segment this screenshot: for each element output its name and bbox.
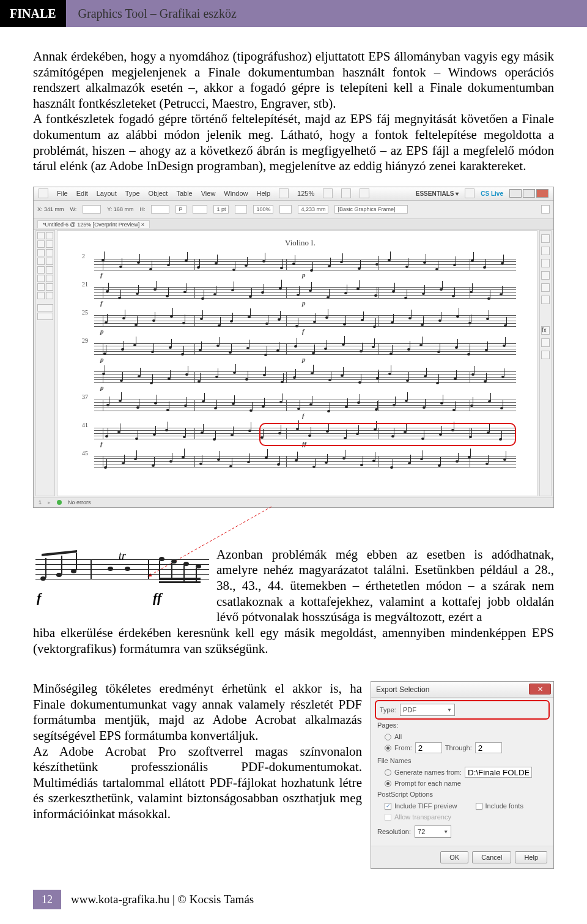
menu-layout[interactable]: Layout <box>97 190 117 197</box>
pencil-tool-icon[interactable] <box>46 258 53 265</box>
through-input[interactable] <box>475 742 502 753</box>
gap-tool-icon[interactable] <box>46 240 53 248</box>
staff-line: 25pf <box>82 310 519 331</box>
cancel-button[interactable]: Cancel <box>472 851 511 863</box>
stroke-style[interactable] <box>235 205 247 214</box>
preflight-dot-icon <box>57 500 62 505</box>
transform-tool-icon[interactable] <box>46 275 53 282</box>
scissors-tool-icon[interactable] <box>37 275 45 282</box>
workspace-switcher[interactable]: ESSENTIALS ▾ <box>416 190 459 197</box>
bridge-icon[interactable] <box>279 188 289 198</box>
layers-panel-icon[interactable] <box>541 247 550 255</box>
staff-line: 29pp <box>82 338 519 359</box>
cs-live[interactable]: CS Live <box>481 190 503 197</box>
help-button[interactable]: Help <box>515 851 547 863</box>
resolution-combo[interactable]: 72▼ <box>415 825 451 838</box>
w-field[interactable]: W: <box>70 206 77 212</box>
radio-from[interactable]: From: Through: <box>385 742 547 753</box>
close-button[interactable] <box>536 189 548 198</box>
fx-panel-icon[interactable]: fx <box>541 326 550 335</box>
tool-panel <box>35 230 55 496</box>
gradient-tool-icon[interactable] <box>37 283 45 291</box>
check-tiff[interactable]: ✓Include TIFF preview <box>385 802 457 810</box>
pages-label: Pages: <box>377 721 398 729</box>
window-controls <box>509 189 548 198</box>
field-a[interactable] <box>83 205 101 214</box>
minimize-button[interactable] <box>509 189 522 198</box>
frame-tool-icon[interactable] <box>37 266 45 274</box>
zoom-value[interactable]: 125% <box>297 190 314 197</box>
postscript-group: PostScript Options <box>377 791 547 798</box>
from-input[interactable] <box>415 742 442 753</box>
char-icon[interactable]: P <box>175 205 186 214</box>
dynamic-f: f <box>37 590 41 606</box>
check-fonts[interactable]: Include fonts <box>476 802 523 810</box>
pages-panel-icon[interactable] <box>541 234 550 243</box>
staff-line: 45 <box>82 451 519 472</box>
char-panel-icon[interactable] <box>541 351 550 359</box>
menu-type[interactable]: Type <box>125 190 140 197</box>
page-indicator[interactable]: 1 <box>39 499 42 505</box>
radio-all[interactable]: All <box>385 733 547 740</box>
type-combo[interactable]: PDF▼ <box>400 704 455 716</box>
color-panel-icon[interactable] <box>541 283 550 292</box>
menu-file[interactable]: File <box>57 190 68 197</box>
canvas[interactable]: Violino I. 2fp21fp25pf29ppp37f41fff45 <box>57 230 537 496</box>
pen-tool-icon[interactable] <box>37 258 45 265</box>
eyedropper-tool-icon[interactable] <box>46 283 53 291</box>
flyout-icon[interactable] <box>541 205 550 214</box>
effects-icon[interactable] <box>279 205 292 214</box>
menu-view[interactable]: View <box>201 190 216 197</box>
menu-table[interactable]: Table <box>176 190 192 197</box>
arrange-icon[interactable] <box>360 188 369 198</box>
dialog-title: Export Selection <box>371 682 553 698</box>
dialog-close-button[interactable]: ✕ <box>529 684 551 695</box>
rect-tool-icon[interactable] <box>46 266 53 274</box>
maximize-button[interactable] <box>523 189 535 198</box>
para-panel-icon[interactable] <box>541 338 550 347</box>
zoom-tool-icon[interactable] <box>46 292 53 299</box>
radio-prompt[interactable]: Prompt for each name <box>385 780 547 787</box>
page-footer: 12 www.kota-grafika.hu | © Kocsis Tamás <box>33 886 554 909</box>
radio-generate[interactable]: Generate names from: <box>385 767 547 778</box>
view-mode-icon[interactable] <box>323 188 333 198</box>
search-icon[interactable] <box>465 188 474 198</box>
swatches-panel-icon[interactable] <box>541 296 550 304</box>
ok-button[interactable]: OK <box>440 851 468 863</box>
page-tool-icon[interactable] <box>37 240 45 248</box>
filenames-group: File Names <box>377 757 547 764</box>
y-field[interactable]: Y: 168 mm <box>107 206 133 212</box>
hand-tool-icon[interactable] <box>37 292 45 299</box>
menu-window[interactable]: Window <box>224 190 248 197</box>
panel-dock: fx <box>539 230 552 496</box>
line-tool-icon[interactable] <box>46 249 53 256</box>
x-field[interactable]: X: 341 mm <box>37 206 64 212</box>
selection-tool-icon[interactable] <box>37 232 45 239</box>
menu-help[interactable]: Help <box>256 190 270 197</box>
status-bar: 1 ▸ No errors <box>34 497 553 507</box>
object-style[interactable]: [Basic Graphics Frame] <box>334 205 408 214</box>
doc-tabbar: *Untitled-6 @ 125% [Overprint Preview] × <box>34 219 553 230</box>
links-panel-icon[interactable] <box>541 259 550 267</box>
screen-mode-icon[interactable] <box>341 188 351 198</box>
fill-icon[interactable] <box>193 205 207 214</box>
control-bar: X: 341 mm W: Y: 168 mm H: P 1 pt 100% 4,… <box>34 201 553 219</box>
h-field[interactable]: H: <box>139 206 145 212</box>
frame-width[interactable]: 4,233 mm <box>298 205 328 214</box>
paragraph-2-cont: hiba elkerülése érdekében keresnünk kell… <box>33 625 554 657</box>
type-tool-icon[interactable] <box>37 249 45 256</box>
generate-path-input[interactable] <box>465 767 532 778</box>
stroke-panel-icon[interactable] <box>541 271 550 280</box>
menu-edit[interactable]: Edit <box>76 190 88 197</box>
doc-tab[interactable]: *Untitled-6 @ 125% [Overprint Preview] × <box>37 220 150 228</box>
field-b[interactable] <box>151 205 169 214</box>
export-dialog: Export Selection ✕ Type: PDF▼ Pages: All… <box>371 681 554 869</box>
view-mode-tool-icon[interactable] <box>37 313 53 320</box>
menubar: File Edit Layout Type Object Table View … <box>34 187 553 201</box>
stroke-field[interactable]: 1 pt <box>213 205 229 214</box>
fill-stroke-icon[interactable] <box>37 304 53 311</box>
menu-object[interactable]: Object <box>149 190 168 197</box>
scale-field[interactable]: 100% <box>253 205 273 214</box>
preflight-status[interactable]: No errors <box>68 499 91 505</box>
direct-select-tool-icon[interactable] <box>46 232 53 239</box>
